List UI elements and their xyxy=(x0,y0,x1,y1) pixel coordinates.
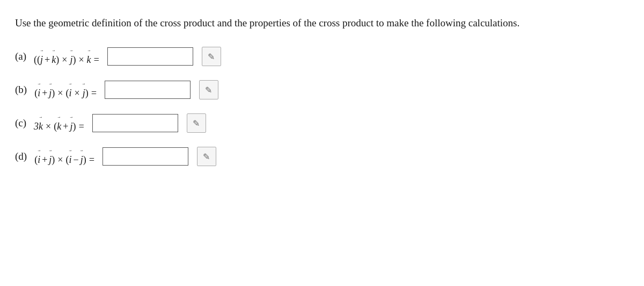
answer-input-b[interactable] xyxy=(105,81,191,99)
answer-input-d[interactable] xyxy=(103,147,188,166)
problem-row-c: (c) 3k×(k+j)= ✎ xyxy=(15,113,623,133)
problem-list: (a) ((j+k)×j)×k= ✎ (b) (i+j)×(i×j)= ✎ (c… xyxy=(15,47,623,180)
problem-label-b: (b) xyxy=(15,84,27,96)
edit-button-a[interactable]: ✎ xyxy=(202,47,221,66)
problem-row-a: (a) ((j+k)×j)×k= ✎ xyxy=(15,47,623,66)
edit-button-d[interactable]: ✎ xyxy=(197,147,216,166)
problem-expr-c: 3k×(k+j)= xyxy=(34,115,86,132)
problem-label-d: (d) xyxy=(15,151,27,162)
problem-label-a: (a) xyxy=(15,51,26,62)
problem-expr-b: (i+j)×(i×j)= xyxy=(34,81,99,99)
answer-input-c[interactable] xyxy=(92,114,178,132)
intro-text: Use the geometric definition of the cros… xyxy=(15,15,623,31)
answer-input-a[interactable] xyxy=(107,47,193,66)
edit-button-c[interactable]: ✎ xyxy=(187,113,206,133)
problem-expr-d: (i+j)×(i−j)= xyxy=(34,148,97,166)
problem-row-d: (d) (i+j)×(i−j)= ✎ xyxy=(15,147,623,166)
problem-expr-a: ((j+k)×j)×k= xyxy=(34,48,102,66)
edit-button-b[interactable]: ✎ xyxy=(199,80,218,99)
problem-row-b: (b) (i+j)×(i×j)= ✎ xyxy=(15,80,623,99)
problem-label-c: (c) xyxy=(15,117,26,129)
